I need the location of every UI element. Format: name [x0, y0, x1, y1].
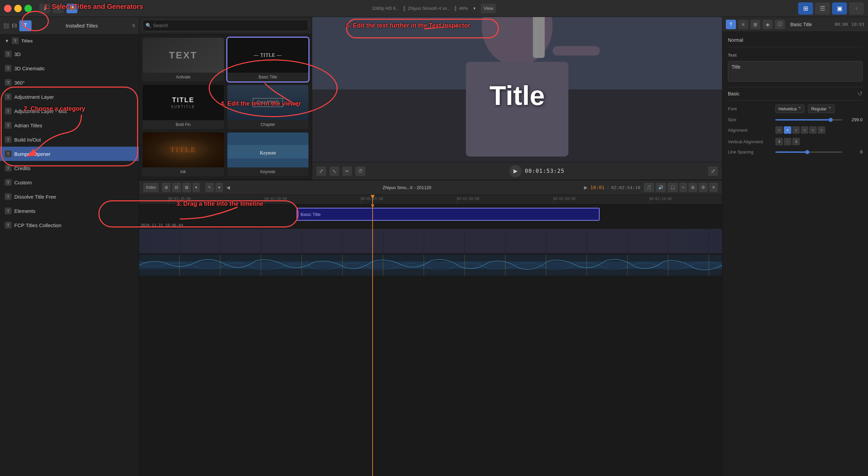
- text-section-label: Text: [728, 53, 863, 58]
- inspector-icon[interactable]: ▣: [832, 2, 847, 15]
- category-item-credits[interactable]: T Credits: [0, 161, 139, 175]
- size-slider-fill: [775, 119, 832, 121]
- thumb-img-bold: TITLE SUBTITLE: [143, 85, 224, 120]
- timeline-settings-icon[interactable]: ⚙: [699, 183, 708, 192]
- category-item-elements[interactable]: T Elements: [0, 204, 139, 218]
- list-view-icon[interactable]: ☰: [815, 2, 830, 15]
- play-button[interactable]: ▶: [509, 165, 522, 177]
- timeline-next[interactable]: ▶: [584, 185, 588, 190]
- category-item-adj[interactable]: T Adjustment Layer: [0, 90, 139, 104]
- index-button[interactable]: Index: [143, 183, 158, 192]
- timeline-content[interactable]: Basic Title 2020-11-21 10-06-04: [139, 204, 722, 476]
- valign-top[interactable]: ⬆: [775, 138, 783, 145]
- category-item-custom[interactable]: T Custom: [0, 175, 139, 189]
- line-spacing-slider[interactable]: [775, 151, 842, 153]
- align-left[interactable]: ≡: [775, 126, 783, 134]
- timeline-mix-icon[interactable]: ≈: [679, 183, 687, 192]
- main-layout: ⬛ 🎞 T Installed Titles ⇅ ▼ T Titles T 3D…: [0, 17, 868, 476]
- inspector-video-icon[interactable]: ⊞: [750, 20, 760, 29]
- text-content-box[interactable]: Title: [728, 61, 863, 81]
- timeline-headphone-icon[interactable]: 🎧: [667, 183, 678, 192]
- title-thumb-keynote[interactable]: Keynote: [227, 132, 309, 176]
- search-icon: 🔍: [146, 23, 151, 28]
- minimize-button[interactable]: [14, 5, 22, 12]
- align-center[interactable]: ≡: [784, 126, 791, 134]
- back-icon[interactable]: ⬇: [39, 4, 50, 13]
- align-left-text[interactable]: ≡: [809, 126, 817, 134]
- reset-icon[interactable]: ↺: [857, 90, 863, 97]
- timeline-ruler[interactable]: 00:01:45:00 00:01:50:00 00:01:55:00 00:0…: [139, 195, 722, 204]
- video-track-label: 2020-11-21 10-06-04: [140, 223, 183, 227]
- inspector-text-icon[interactable]: T: [726, 20, 736, 29]
- search-input[interactable]: [143, 20, 308, 31]
- timeline-audio-icon[interactable]: 🎵: [644, 183, 654, 192]
- titles-root-header[interactable]: ▼ T Titles: [0, 35, 139, 47]
- share-icon[interactable]: ⬆: [53, 4, 64, 13]
- install-icon[interactable]: 📦: [67, 4, 77, 13]
- title-thumb-chapter[interactable]: CHAPTER Chapter: [227, 85, 309, 129]
- valign-bottom[interactable]: ⬇: [792, 138, 800, 145]
- traffic-lights[interactable]: [4, 5, 32, 12]
- category-item-bumper[interactable]: T Bumper/Opener: [0, 147, 139, 161]
- inspector-info-icon[interactable]: ⓘ: [775, 20, 785, 29]
- title-thumb-basic[interactable]: — TITLE — Basic Title: [227, 38, 309, 81]
- category-item-adrian[interactable]: T Adrian Titles: [0, 118, 139, 132]
- pointer-tool[interactable]: ↖: [205, 183, 214, 192]
- viewer-controls: ⤢ ⤡ ✂ ⏱ ▶ 00:01:53:25 ⤢: [312, 162, 722, 180]
- maximize-button[interactable]: [24, 5, 32, 12]
- category-item-360[interactable]: T 360°: [0, 75, 139, 90]
- inspector-time-start: 00:00: [835, 22, 848, 27]
- category-item-buildinout[interactable]: T Build In/Out: [0, 132, 139, 147]
- viewer-zoom-fullscreen[interactable]: ⤢: [708, 166, 718, 176]
- timeline-prev[interactable]: ◀: [226, 185, 230, 190]
- timeline-snap-icon[interactable]: ⊞: [162, 183, 171, 192]
- viewer-transform[interactable]: ⤡: [329, 166, 339, 176]
- ruler-mark-2: 00:01:50:00: [264, 197, 287, 201]
- align-justify[interactable]: ≡: [801, 126, 808, 134]
- title-thumb-activate[interactable]: TEXT Activate: [143, 38, 224, 81]
- library-icon[interactable]: 🎞: [12, 23, 17, 29]
- viewer-crop[interactable]: ✂: [342, 166, 352, 176]
- align-right[interactable]: ≡: [792, 126, 800, 134]
- grid-view-icon[interactable]: ⊞: [798, 2, 813, 15]
- category-item-3d[interactable]: T 3D: [0, 47, 139, 61]
- cat-label-adj-mot: Adjustment Layer - Mot: [14, 108, 67, 114]
- close-button[interactable]: [4, 5, 12, 12]
- timeline-vol-icon[interactable]: 🔊: [656, 183, 666, 192]
- viewer-fullscreen-out[interactable]: ⤢: [316, 166, 326, 176]
- size-value: 299.0: [846, 117, 863, 122]
- align-right-text[interactable]: ≡: [818, 126, 825, 134]
- viewer-speed[interactable]: ⏱: [355, 166, 365, 176]
- title-clip[interactable]: Basic Title: [297, 208, 600, 221]
- zoom-dropdown[interactable]: ▾: [471, 4, 478, 13]
- title-track: Basic Title: [139, 208, 722, 221]
- timeline-blade-icon[interactable]: ⊟: [172, 183, 181, 192]
- share-export-icon[interactable]: ↑: [849, 2, 864, 15]
- inspector-filter-icon[interactable]: ◈: [762, 20, 773, 29]
- title-thumb-ink[interactable]: TITLE Ink: [143, 132, 224, 176]
- cat-icon-adrian: T: [5, 122, 12, 129]
- category-item-adj-mot[interactable]: T Adjustment Layer - Mot: [0, 104, 139, 118]
- tool-dropdown[interactable]: ▾: [215, 183, 223, 192]
- title-thumb-bold[interactable]: TITLE SUBTITLE Bold Fin: [143, 85, 224, 129]
- font-style-select[interactable]: Regular ⌃: [808, 105, 835, 113]
- timeline-more-icon[interactable]: ▾: [192, 183, 200, 192]
- right-panel: T ≡ ⊞ ◈ ⓘ Basic Title 00:00 10:01 Normal…: [722, 17, 868, 476]
- timeline-zoom-icon[interactable]: ⊠: [182, 183, 191, 192]
- category-item-dissolve[interactable]: T Dissolve Title Free: [0, 189, 139, 204]
- panel-nav-icon[interactable]: ⬛: [3, 23, 9, 29]
- vertical-alignment-icons: ⬆ ↕ ⬇: [775, 138, 800, 145]
- titles-icon[interactable]: T: [19, 20, 32, 31]
- timeline-view-icon[interactable]: ⊞: [688, 183, 697, 192]
- video-thumbnails: [139, 229, 722, 253]
- timeline-close-icon[interactable]: ✕: [709, 183, 718, 192]
- inspector-layout-icon[interactable]: ≡: [738, 20, 748, 29]
- size-slider[interactable]: [775, 119, 842, 121]
- view-dropdown[interactable]: View: [481, 4, 496, 13]
- valign-middle[interactable]: ↕: [784, 138, 791, 145]
- font-family-select[interactable]: Helvetica ⌃: [775, 105, 805, 113]
- ruler-mark-1: 00:01:45:00: [168, 197, 191, 201]
- category-item-fcp[interactable]: T FCP Titles Collection: [0, 218, 139, 232]
- category-item-3d-cinematic[interactable]: T 3D Cinematic: [0, 61, 139, 75]
- sort-icon[interactable]: ⇅: [132, 23, 135, 28]
